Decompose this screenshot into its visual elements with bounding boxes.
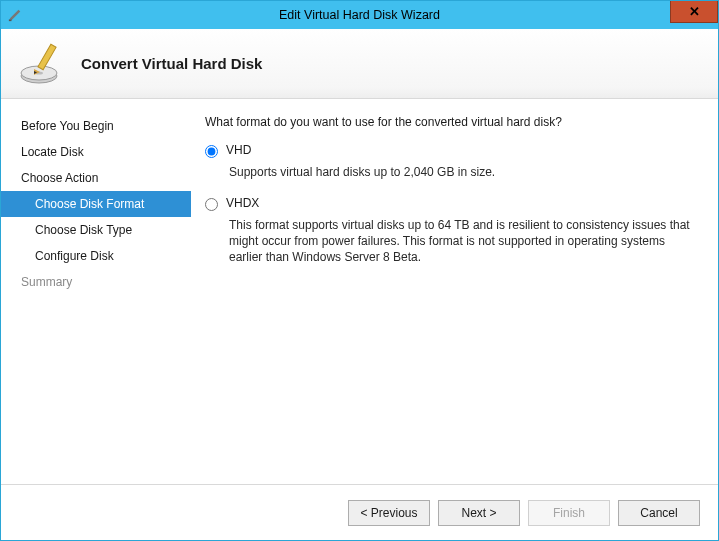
step-before-you-begin[interactable]: Before You Begin	[1, 113, 191, 139]
window-title: Edit Virtual Hard Disk Wizard	[1, 8, 718, 22]
radio-vhdx[interactable]	[205, 198, 218, 211]
cancel-button[interactable]: Cancel	[618, 500, 700, 526]
wizard-content: What format do you want to use for the c…	[191, 99, 718, 484]
option-vhd-label: VHD	[226, 143, 251, 157]
finish-button: Finish	[528, 500, 610, 526]
svg-rect-0	[9, 19, 12, 21]
option-vhd-description: Supports virtual hard disks up to 2,040 …	[229, 164, 696, 180]
step-choose-action[interactable]: Choose Action	[1, 165, 191, 191]
option-vhdx-label: VHDX	[226, 196, 259, 210]
step-choose-disk-format[interactable]: Choose Disk Format	[1, 191, 191, 217]
close-button[interactable]: ✕	[670, 1, 718, 23]
radio-vhd[interactable]	[205, 145, 218, 158]
page-heading: Convert Virtual Hard Disk	[81, 55, 262, 72]
wizard-steps-sidebar: Before You Begin Locate Disk Choose Acti…	[1, 99, 191, 484]
wizard-header: Convert Virtual Hard Disk	[1, 29, 718, 99]
step-summary: Summary	[1, 269, 191, 295]
disk-pencil-icon	[17, 42, 67, 86]
step-configure-disk[interactable]: Configure Disk	[1, 243, 191, 269]
option-vhdx-description: This format supports virtual disks up to…	[229, 217, 696, 265]
wizard-footer: < Previous Next > Finish Cancel	[1, 484, 718, 540]
previous-button[interactable]: < Previous	[348, 500, 430, 526]
format-question: What format do you want to use for the c…	[205, 115, 696, 129]
step-locate-disk[interactable]: Locate Disk	[1, 139, 191, 165]
option-vhdx[interactable]: VHDX	[205, 196, 696, 211]
app-icon	[7, 7, 23, 23]
svg-rect-4	[38, 44, 56, 70]
next-button[interactable]: Next >	[438, 500, 520, 526]
step-choose-disk-type[interactable]: Choose Disk Type	[1, 217, 191, 243]
wizard-body: Before You Begin Locate Disk Choose Acti…	[1, 99, 718, 484]
close-icon: ✕	[689, 4, 700, 19]
titlebar: Edit Virtual Hard Disk Wizard ✕	[1, 1, 718, 29]
option-vhd[interactable]: VHD	[205, 143, 696, 158]
